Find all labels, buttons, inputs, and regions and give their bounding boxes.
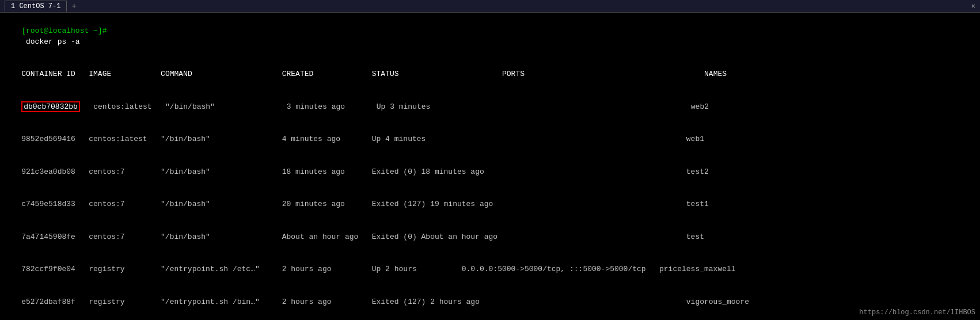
table-row-7: e5272dbaf88f registry "/entrypoint.sh /b… <box>3 286 977 319</box>
row2-data: 9852ed569416 centos:latest "/bin/bash" 4… <box>21 135 704 143</box>
command-text-1: docker ps -a <box>21 37 79 46</box>
terminal-tab[interactable]: 1 CentOS 7-1 <box>5 1 67 12</box>
col-header-created: CREATED <box>282 70 372 78</box>
row4-data: c7459e518d33 centos:7 "/bin/bash" 20 min… <box>21 200 709 208</box>
table-row-3: 921c3ea0db08 centos:7 "/bin/bash" 18 min… <box>3 156 977 189</box>
row1-rest: centos:latest "/bin/bash" 3 minutes ago … <box>80 102 709 111</box>
watermark: https://blog.csdn.net/lIHBOS <box>859 308 975 317</box>
row5-data: 7a47145908fe centos:7 "/bin/bash" About … <box>21 233 704 241</box>
table-row-1: db0cb70832bb centos:latest "/bin/bash" 3… <box>3 91 977 124</box>
table-row-4: c7459e518d33 centos:7 "/bin/bash" 20 min… <box>3 189 977 222</box>
container-id-highlight: db0cb70832bb <box>21 101 80 112</box>
row7-data: e5272dbaf88f registry "/entrypoint.sh /b… <box>21 298 749 306</box>
col-header-command: COMMAND <box>161 70 282 78</box>
row6-data: 782ccf9f0e04 registry "/entrypoint.sh /e… <box>21 265 735 273</box>
command-line-1: [root@localhost ~]# docker ps -a <box>3 15 977 58</box>
table-row-2: 9852ed569416 centos:latest "/bin/bash" 4… <box>3 123 977 156</box>
tab-label: 1 CentOS 7-1 <box>11 2 60 10</box>
close-button[interactable]: ✕ <box>971 2 975 10</box>
col-header-names: NAMES <box>704 70 727 78</box>
new-tab-button[interactable]: + <box>71 2 76 11</box>
terminal-content: [root@localhost ~]# docker ps -a CONTAIN… <box>0 13 980 320</box>
titlebar: 1 CentOS 7-1 + ✕ <box>0 0 980 13</box>
col-header-status: STATUS <box>372 70 502 78</box>
col-header-ports: PORTS <box>502 70 704 78</box>
col-header-id: CONTAINER ID <box>21 70 89 78</box>
table-row-6: 782ccf9f0e04 registry "/entrypoint.sh /e… <box>3 254 977 287</box>
row3-data: 921c3ea0db08 centos:7 "/bin/bash" 18 min… <box>21 167 709 176</box>
table-header-row: CONTAINER ID IMAGE COMMAND CREATED STATU… <box>3 58 977 91</box>
prompt-root: [root@localhost ~]# <box>21 26 107 35</box>
col-header-image: IMAGE <box>89 70 161 78</box>
table-row-5: 7a47145908fe centos:7 "/bin/bash" About … <box>3 221 977 254</box>
